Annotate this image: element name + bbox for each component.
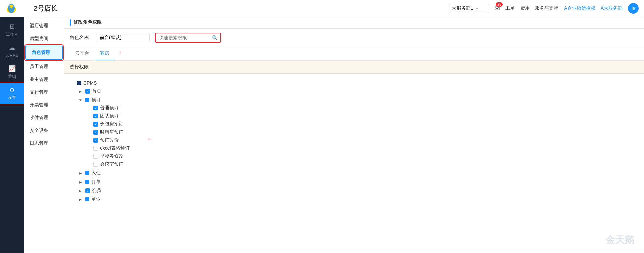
tabs-area: 云平台 客房 ↑ bbox=[64, 47, 644, 61]
sub-sidebar-owner[interactable]: 业主管理 bbox=[24, 73, 64, 86]
sub-sidebar-hotel[interactable]: 酒店管理 bbox=[24, 19, 64, 32]
tab-yunplatform[interactable]: 云平台 bbox=[70, 47, 95, 60]
sidebar-item-workbench-label: 工作台 bbox=[6, 32, 18, 37]
expand-orders-icon[interactable]: ▶ bbox=[78, 179, 83, 185]
tree-row-team-booking[interactable]: 团队预订 bbox=[86, 112, 639, 120]
nav-link-dept[interactable]: A大服务部 bbox=[601, 5, 623, 11]
checkin-square-icon bbox=[85, 171, 89, 175]
excel-booking-label: excel表格预订 bbox=[100, 145, 130, 151]
nav-right: 大服务部1 ▼ ✉ 25 工单 费用 服务与支持 A企业微信授权 A大服务部 I… bbox=[449, 3, 639, 14]
dept-label: 大服务部1 bbox=[452, 5, 473, 11]
nav-left: 2号店长 bbox=[5, 2, 57, 14]
nav-link-workorder[interactable]: 工单 bbox=[505, 5, 515, 11]
orders-square-icon bbox=[85, 180, 89, 184]
checkbox-breakfast[interactable] bbox=[93, 154, 98, 159]
cpms-label: CPMS bbox=[83, 80, 97, 86]
role-name-input[interactable] bbox=[96, 33, 150, 42]
tree-row-longterm-booking[interactable]: 长包房预订 bbox=[86, 120, 639, 128]
sub-sidebar-security[interactable]: 安全设备 bbox=[24, 124, 64, 137]
checkbox-homepage[interactable] bbox=[85, 89, 90, 94]
search-wrapper: 🔍 bbox=[155, 33, 221, 43]
logo-area bbox=[5, 2, 30, 14]
longterm-booking-label: 长包房预订 bbox=[100, 121, 123, 127]
cpms-square-icon bbox=[77, 81, 81, 85]
sub-sidebar-employee[interactable]: 员工管理 bbox=[24, 60, 64, 73]
nav-link-wechat[interactable]: A企业微信授权 bbox=[564, 5, 595, 11]
tree-row-checkin[interactable]: ▶ 入住 bbox=[78, 169, 639, 177]
expand-homepage-icon[interactable]: ▶ bbox=[78, 89, 83, 94]
tree-row-price-change[interactable]: 预订改价 ← bbox=[86, 136, 639, 144]
checkbox-hourly-booking[interactable] bbox=[93, 130, 98, 135]
notification-button[interactable]: ✉ 25 bbox=[494, 4, 500, 12]
tree-root: CPMS ▶ 首页 bbox=[70, 79, 639, 203]
dept-arrow-icon: ▼ bbox=[475, 7, 479, 10]
checkbox-price-change[interactable] bbox=[93, 138, 98, 143]
main-layout: ⊞ 工作台 ☁ 云PMS 📈 营销 ⚙ 设置 酒店管理 房型房间 角色管理 员工… bbox=[0, 17, 644, 253]
tree-row-hourly-booking[interactable]: 时租房预订 bbox=[86, 128, 639, 136]
permission-header-title: 选择权限： bbox=[70, 64, 93, 69]
form-area: 角色名称： 🔍 bbox=[64, 29, 644, 47]
tree-row-company[interactable]: ▶ 单位 bbox=[78, 195, 639, 203]
checkbox-excel-booking[interactable] bbox=[93, 146, 98, 151]
tree-row-cpms[interactable]: CPMS bbox=[70, 79, 639, 87]
booking-label: 预订 bbox=[91, 97, 101, 103]
nav-link-support[interactable]: 服务与支持 bbox=[535, 5, 558, 11]
expand-company-icon[interactable]: ▶ bbox=[78, 197, 83, 202]
sub-sidebar-invoice[interactable]: 开票管理 bbox=[24, 99, 64, 111]
price-arrow-icon: ← bbox=[146, 136, 152, 143]
tree-children-booking: 普通预订 团队预订 bbox=[86, 104, 639, 168]
user-initial: Ie bbox=[632, 6, 635, 11]
tree-row-booking[interactable]: ▼ 预订 bbox=[78, 96, 639, 104]
sub-sidebar: 酒店管理 房型房间 角色管理 员工管理 业主管理 支付管理 开票管理 收件管理 … bbox=[24, 17, 64, 253]
dept-selector[interactable]: 大服务部1 ▼ bbox=[449, 4, 489, 13]
tree-row-breakfast[interactable]: 早餐券修改 bbox=[86, 152, 639, 160]
permission-header: 选择权限： bbox=[64, 61, 644, 74]
permission-body: CPMS ▶ 首页 bbox=[64, 74, 644, 209]
sub-sidebar-role[interactable]: 角色管理 bbox=[25, 46, 63, 60]
tree-node-orders: ▶ 订单 bbox=[78, 178, 639, 186]
role-name-label: 角色名称： bbox=[70, 35, 93, 41]
normal-booking-label: 普通预订 bbox=[100, 105, 119, 111]
homepage-label: 首页 bbox=[92, 88, 101, 94]
tree-row-homepage[interactable]: ▶ 首页 bbox=[78, 87, 639, 95]
company-square-icon bbox=[85, 197, 89, 201]
checkbox-member[interactable] bbox=[85, 188, 90, 193]
breakfast-label: 早餐券修改 bbox=[100, 153, 123, 159]
tab-guestroom[interactable]: 客房 ↑ bbox=[95, 47, 115, 60]
tree-row-orders[interactable]: ▶ 订单 bbox=[78, 178, 639, 186]
search-input[interactable] bbox=[156, 33, 209, 42]
tree-row-excel-booking[interactable]: excel表格预订 bbox=[86, 144, 639, 152]
tree-row-meeting-booking[interactable]: 会议室预订 bbox=[86, 160, 639, 168]
expand-cpms-icon[interactable] bbox=[70, 80, 75, 86]
checkbox-longterm-booking[interactable] bbox=[93, 122, 98, 127]
nav-link-fee[interactable]: 费用 bbox=[520, 5, 530, 11]
expand-member-icon[interactable]: ▶ bbox=[78, 188, 83, 193]
sidebar-item-marketing-label: 营销 bbox=[8, 74, 16, 80]
sub-sidebar-roomtype[interactable]: 房型房间 bbox=[24, 32, 64, 45]
role-name-field: 角色名称： bbox=[70, 33, 150, 42]
yunpms-icon: ☁ bbox=[9, 44, 15, 51]
checkbox-normal-booking[interactable] bbox=[93, 106, 98, 110]
sidebar-item-workbench[interactable]: ⊞ 工作台 bbox=[0, 19, 24, 41]
hourly-booking-label: 时租房预订 bbox=[100, 129, 123, 135]
sidebar-item-yunpms[interactable]: ☁ 云PMS bbox=[0, 41, 24, 62]
tree-node-checkin: ▶ 入住 bbox=[78, 169, 639, 177]
sub-sidebar-mail[interactable]: 收件管理 bbox=[24, 111, 64, 124]
permission-section: 选择权限： CPMS ▶ bbox=[64, 61, 644, 253]
search-button[interactable]: 🔍 bbox=[209, 33, 220, 42]
sub-sidebar-payment[interactable]: 支付管理 bbox=[24, 86, 64, 99]
tree-row-normal-booking[interactable]: 普通预订 bbox=[86, 104, 639, 112]
checkbox-meeting-booking[interactable] bbox=[93, 162, 98, 167]
expand-checkin-icon[interactable]: ▶ bbox=[78, 170, 83, 176]
tree-row-member[interactable]: ▶ 会员 bbox=[78, 187, 639, 195]
sidebar-item-settings[interactable]: ⚙ 设置 bbox=[0, 83, 24, 104]
sub-sidebar-log[interactable]: 日志管理 bbox=[24, 137, 64, 150]
user-avatar[interactable]: Ie bbox=[628, 3, 639, 14]
sidebar: ⊞ 工作台 ☁ 云PMS 📈 营销 ⚙ 设置 bbox=[0, 17, 24, 253]
checkbox-team-booking[interactable] bbox=[93, 114, 98, 118]
settings-icon: ⚙ bbox=[9, 86, 15, 94]
expand-booking-icon[interactable]: ▼ bbox=[78, 97, 83, 103]
team-booking-label: 团队预订 bbox=[100, 113, 119, 119]
sidebar-item-marketing[interactable]: 📈 营销 bbox=[0, 62, 24, 83]
tree-node-member: ▶ 会员 bbox=[78, 187, 639, 195]
